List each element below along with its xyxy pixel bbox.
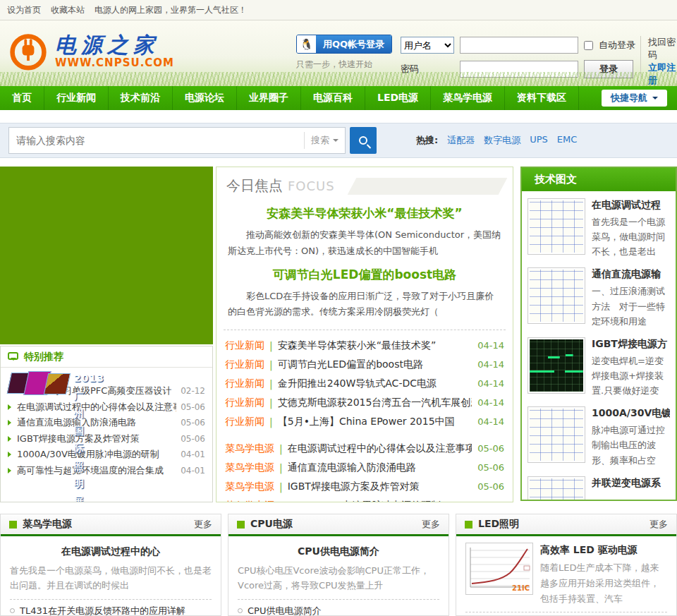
tech-item-title[interactable]: 并联逆变电源系 [592,477,670,490]
news-category-link[interactable]: 菜鸟学电源 [225,461,274,474]
recommend-link[interactable]: IGBT焊接电源方案及炸管对策 [17,433,176,445]
news-category-link[interactable]: 行业新闻 [225,416,264,428]
news-title-link[interactable]: 1000A/30V电镀用脉冲电源的研制 [288,500,472,503]
news-date: 05-06 [477,443,504,454]
search-button[interactable] [350,127,377,154]
dashed-divider [238,599,439,600]
tech-item-title[interactable]: 在电源调试过程 [592,199,670,212]
topbar: 设为首页 收藏本站 电源人的网上家园，业界第一人气社区！ [0,0,677,20]
right-column: 技术图文 在电源调试过程 首先我是一个电源菜鸟，做电源时间不长，也是老出 [520,167,677,502]
recommend-link[interactable]: 在电源调试过程中的心得体会以及注意事项 [17,401,176,413]
nav-item[interactable]: 业界圈子 [237,86,301,110]
hot-search-link[interactable]: UPS [530,134,548,147]
qq-login-button[interactable]: 🐧 用QQ帐号登录 [296,35,392,54]
featured-article-text: CPU核心电压Vcore波动会影响CPU正常工作，Vcore过高，将导致CPU发… [238,563,439,593]
item-date: 04-01 [181,466,205,476]
site-logo[interactable]: 电源之家 WWW.CNPSU.COM [8,32,174,71]
article-thumbnail[interactable] [527,267,585,324]
search-type-dropdown[interactable]: 搜索 [304,132,345,149]
news-title-link[interactable]: IGBT焊接电源方案及炸管对策 [288,481,472,493]
recommend-link[interactable]: 1000A/30V电镀用脉冲电源的研制 [17,448,176,461]
search-input[interactable] [9,128,304,153]
more-link[interactable]: 更多 [649,518,668,531]
tech-panel: 技术图文 在电源调试过程 首先我是一个电源菜鸟，做电源时间不长，也是老出 [520,167,677,501]
article-thumbnail[interactable] [527,198,585,255]
list-item: CPU供电电源简介 [238,603,439,616]
tech-item-title[interactable]: 通信直流电源输 [592,268,670,281]
news-date: 05-06 [477,462,504,473]
news-category-link[interactable]: 行业新闻 [225,339,264,352]
chart-thumbnail[interactable]: 21IC [465,543,533,595]
recommend-title: 特别推荐 [24,351,63,363]
main-banner[interactable] [0,167,213,344]
article-thumbnail[interactable] [527,337,585,394]
bookmark-link[interactable]: 收藏本站 [51,4,85,16]
nav-item[interactable]: 技术前沿 [109,86,173,110]
nav-item[interactable]: 首页 [0,86,44,110]
article-link[interactable]: CPU供电电源简介 [248,605,321,616]
recommend-link[interactable]: 高可靠性与超宽环境温度的混合集成 [17,464,176,477]
chevron-down-icon [333,139,338,145]
search-band: 搜索 热搜: 适配器数字电源UPSEMC [0,123,677,158]
site-name: 电源之家 [55,32,159,57]
username-input[interactable] [460,37,578,54]
tech-item-title[interactable]: IGBT焊接电源方 [592,338,670,351]
news-category-link[interactable]: 菜鸟学电源 [225,481,274,493]
featured-article-title[interactable]: 在电源调试过程中的心 [10,545,212,558]
quick-nav-button[interactable]: 快捷导航 [602,90,667,107]
tech-item-desc: 脉冲电源可通过控制输出电压的波形、频率和占空 [592,425,665,465]
tech-item-title[interactable]: 1000A/30V电镀 [592,407,670,420]
featured-article-title[interactable]: CPU供电电源简介 [238,545,439,558]
news-title-link[interactable]: 艾德克斯电源获2015台湾五合一汽机车展创新 [278,397,472,409]
more-link[interactable]: 更多 [422,518,440,531]
hot-search-link[interactable]: EMC [557,134,578,147]
hot-search-label: 热搜: [416,134,438,147]
focus-article-excerpt: 彩色LCD在手持设备的应用日渐广泛，导致了对于小巧且廉价的白色背光源的需求。传统… [216,289,513,321]
hot-search-link[interactable]: 数字电源 [484,134,520,147]
focus-title: 今日焦点 [226,176,283,195]
tech-item: 通信直流电源输 一、过压浪涌测试方法 对于一些特定环境和用途 [522,260,676,330]
news-title-link[interactable]: 通信直流电源输入防浪涌电路 [288,461,472,474]
auto-login-checkbox[interactable] [584,41,593,50]
news-category-link[interactable]: 菜鸟学电源 [225,442,274,455]
recommend-link[interactable]: 通信直流电源输入防浪涌电路 [17,416,176,429]
news-title-link[interactable]: 【5月•上海】China EPower 2015中国 [278,416,472,428]
password-input[interactable] [460,61,578,78]
nav-item[interactable]: 电源百科 [301,86,365,110]
news-category-link[interactable]: 行业新闻 [225,358,264,371]
article-link[interactable]: TL431在开关电源反馈环路中的应用详解 [20,605,185,616]
news-title-link[interactable]: 可调节白光LED偏置的boost电路 [278,358,472,371]
nav-item[interactable]: LED电源 [365,86,431,110]
news-title-link[interactable]: 金升阳推出240W导轨式AC-DC电源 [278,378,472,390]
news-row: 菜鸟学电源 | IGBT焊接电源方案及炸管对策 05-06 [225,477,504,496]
featured-article-title[interactable]: 高效率 LED 驱动电源 [540,544,667,557]
news-title-link[interactable]: 安森美半导体荣获小米“最佳技术奖” [278,339,472,352]
nav-item[interactable]: 行业新闻 [44,86,109,110]
news-category-link[interactable]: 菜鸟学电源 [225,500,274,503]
news-category-link[interactable]: 行业新闻 [225,397,264,409]
register-link[interactable]: 立即注册 [648,61,677,87]
login-type-select[interactable]: 用户名 [401,37,454,54]
divider: | [269,397,273,409]
focus-article-title[interactable]: 安森美半导体荣获小米“最佳技术奖” [224,205,506,222]
square-bullet-icon [237,521,245,529]
hot-search: 热搜: 适配器数字电源UPSEMC [416,134,577,147]
find-password-link[interactable]: 找回密码 [648,36,677,61]
section-cpu: CPU电源 更多 CPU供电电源简介 CPU核心电压Vcore波动会影响CPU正… [228,514,449,616]
nav-item[interactable]: 菜鸟学电源 [431,86,505,110]
left-column: 特别推荐 2013广州国际照明展览会 看视频写评语 立即赢取大奖 一步一步学习单… [0,167,213,502]
more-link[interactable]: 更多 [194,518,212,531]
hot-search-link[interactable]: 适配器 [447,134,475,147]
section-list: CPU供电电源简介VID [238,603,439,616]
nav-item[interactable]: 资料下载区 [505,86,579,110]
nav-item[interactable]: 电源论坛 [173,86,237,110]
login-button[interactable]: 登录 [584,60,633,78]
news-category-link[interactable]: 行业新闻 [225,378,264,390]
plug-logo-icon [8,32,48,71]
news-title-link[interactable]: 在电源调试过程中的心得体会以及注意事项 [288,442,472,455]
article-thumbnail[interactable] [527,476,585,501]
focus-article-title[interactable]: 可调节白光LED偏置的boost电路 [224,267,506,283]
thumbnail-image [530,339,583,392]
set-home-link[interactable]: 设为首页 [7,4,41,16]
article-thumbnail[interactable] [527,406,585,463]
